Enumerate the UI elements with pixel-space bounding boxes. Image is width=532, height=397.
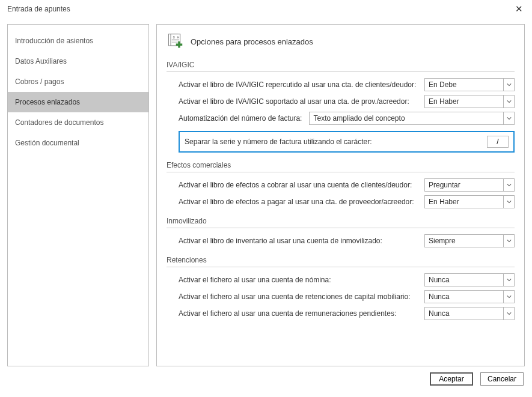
row-efectos-cobrar: Activar el libro de efectos a cobrar al … [179, 178, 515, 192]
section-header-retenciones: Retenciones [167, 256, 515, 267]
combo-ret-nomina[interactable]: Nunca [424, 273, 515, 286]
row-automatizacion-factura: Automatización del número de factura: Te… [179, 112, 515, 125]
combo-value: Texto ampliado del concepto [310, 114, 503, 123]
row-ret-remuneraciones: Activar el fichero al usar una cuenta de… [179, 307, 515, 320]
chevron-down-icon [503, 95, 514, 108]
sidebar-item-cobros[interactable]: Cobros / pagos [8, 71, 148, 92]
panel-header: D H Opciones para procesos enlazados [167, 33, 515, 50]
label-iva-soportado: Activar el libro de IVA/IGIC soportado a… [179, 97, 417, 106]
sidebar-item-gestion-documental[interactable]: Gestión documental [8, 133, 148, 153]
chevron-down-icon [503, 235, 514, 247]
combo-value: Nunca [425, 292, 503, 301]
sidebar-item-introduccion[interactable]: Introducción de asientos [8, 31, 148, 51]
label-automatizacion: Automatización del número de factura: [179, 114, 302, 123]
document-plus-icon: D H [167, 33, 183, 50]
combo-value: Preguntar [425, 181, 503, 189]
section-header-iva: IVA/IGIC [167, 61, 515, 72]
row-separador-serie: Separar la serie y número de factura uti… [179, 131, 515, 153]
row-ret-capital: Activar el fichero al usar una cuenta de… [179, 290, 515, 303]
content-area: Introducción de asientos Datos Auxiliare… [0, 18, 532, 366]
sidebar-item-contadores[interactable]: Contadores de documentos [8, 112, 148, 133]
combo-value: Nunca [425, 276, 503, 284]
combo-value: En Haber [425, 198, 503, 206]
combo-inventario[interactable]: Siempre [424, 234, 515, 247]
chevron-down-icon [503, 274, 514, 286]
label-efectos-pagar: Activar el libro de efectos a pagar al u… [179, 198, 417, 206]
sidebar-item-procesos-enlazados[interactable]: Procesos enlazados [8, 92, 148, 112]
svg-text:D: D [173, 35, 176, 39]
combo-efectos-pagar[interactable]: En Haber [424, 195, 515, 208]
sidebar: Introducción de asientos Datos Auxiliare… [7, 24, 149, 366]
row-iva-soportado: Activar el libro de IVA/IGIC soportado a… [179, 95, 515, 108]
section-header-efectos: Efectos comerciales [167, 161, 515, 172]
combo-ret-capital[interactable]: Nunca [424, 290, 515, 303]
row-ret-nomina: Activar el fichero al usar una cuenta de… [179, 273, 515, 286]
chevron-down-icon [503, 79, 514, 91]
combo-automatizacion[interactable]: Texto ampliado del concepto [309, 112, 515, 125]
input-caracter-separador[interactable] [487, 136, 509, 148]
svg-rect-8 [178, 41, 180, 48]
label-efectos-cobrar: Activar el libro de efectos a cobrar al … [179, 181, 417, 189]
close-icon[interactable]: ✕ [512, 4, 526, 14]
combo-value: En Haber [425, 97, 503, 106]
combo-iva-repercutido[interactable]: En Debe [424, 78, 515, 91]
label-iva-repercutido: Activar el libro de IVA/IGIC repercutido… [179, 80, 417, 89]
row-iva-repercutido: Activar el libro de IVA/IGIC repercutido… [179, 78, 515, 91]
window-title: Entrada de apuntes [7, 5, 70, 13]
combo-iva-soportado[interactable]: En Haber [424, 95, 515, 108]
combo-ret-remuneraciones[interactable]: Nunca [424, 307, 515, 320]
section-header-inmovilizado: Inmovilizado [167, 217, 515, 228]
title-bar: Entrada de apuntes ✕ [0, 0, 532, 18]
chevron-down-icon [503, 179, 514, 191]
combo-efectos-cobrar[interactable]: Preguntar [424, 178, 515, 192]
row-efectos-pagar: Activar el libro de efectos a pagar al u… [179, 195, 515, 208]
accept-button[interactable]: Aceptar [430, 372, 473, 386]
chevron-down-icon [503, 112, 514, 124]
label-ret-nomina: Activar el fichero al usar una cuenta de… [179, 276, 417, 284]
main-panel: D H Opciones para procesos enlazados IVA… [156, 24, 525, 366]
chevron-down-icon [503, 291, 514, 303]
combo-value: Nunca [425, 309, 503, 318]
chevron-down-icon [503, 308, 514, 320]
label-ret-remuneraciones: Activar el fichero al usar una cuenta de… [179, 309, 417, 318]
panel-title: Opciones para procesos enlazados [191, 37, 313, 46]
sidebar-item-datos-aux[interactable]: Datos Auxiliares [8, 51, 148, 71]
label-separador: Separar la serie y número de factura uti… [185, 138, 481, 146]
label-inventario: Activar el libro de inventario al usar u… [179, 237, 417, 245]
combo-value: Siempre [425, 237, 503, 245]
chevron-down-icon [503, 196, 514, 208]
combo-value: En Debe [425, 80, 503, 89]
label-ret-capital: Activar el fichero al usar una cuenta de… [179, 292, 417, 301]
footer-buttons: Aceptar Cancelar [0, 366, 532, 386]
cancel-button[interactable]: Cancelar [480, 372, 524, 386]
row-inventario: Activar el libro de inventario al usar u… [179, 234, 515, 247]
svg-text:H: H [177, 35, 180, 39]
